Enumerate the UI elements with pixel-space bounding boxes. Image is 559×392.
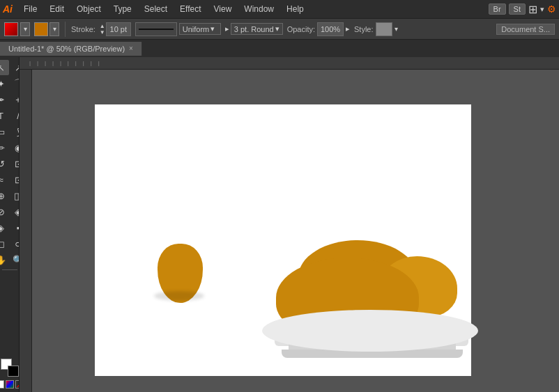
- none-color-icon[interactable]: [0, 380, 4, 389]
- magic-wand-tool[interactable]: ✦: [0, 76, 9, 91]
- type-tool[interactable]: T: [0, 108, 9, 123]
- fill-color-swatch[interactable]: [4, 22, 18, 36]
- fg-bg-color[interactable]: [1, 359, 19, 377]
- rotate-tool[interactable]: ↺: [0, 156, 9, 171]
- menu-object[interactable]: Object: [71, 3, 107, 15]
- bridge-icons: Br St ⊞ ▾ ⚙: [489, 3, 556, 16]
- stroke-line-inner: [139, 29, 174, 30]
- pen-tool[interactable]: ✒: [0, 92, 9, 107]
- brush-size-selector[interactable]: ▸ 3 pt. Round ▾: [225, 23, 283, 35]
- tool-pair-magic: ✦ ⌒: [0, 76, 20, 91]
- menu-edit[interactable]: Edit: [44, 3, 70, 15]
- blend-tool[interactable]: ◈: [10, 204, 20, 219]
- left-toolbar: ↖ ↗ ✦ ⌒ ✒ + T / ▭ ⟆ ✏ ◉ ↺ ⊡ ≈ ⊡: [0, 57, 20, 392]
- fill-dropdown[interactable]: ▾: [20, 22, 30, 36]
- opacity-input[interactable]: [317, 22, 344, 36]
- stroke-dropdown[interactable]: ▾: [49, 22, 59, 36]
- menu-effect[interactable]: Effect: [174, 3, 206, 15]
- stroke-line-display[interactable]: [135, 22, 177, 36]
- color-mode-icons: [0, 380, 20, 389]
- menu-file[interactable]: File: [18, 3, 43, 15]
- stroke-value-input[interactable]: [106, 22, 131, 36]
- tab-title: Untitled-1* @ 50% (RGB/Preview): [8, 45, 125, 53]
- color-section: [0, 357, 20, 389]
- warp-tool[interactable]: ≈: [0, 172, 9, 187]
- style-group: Style: ▾: [354, 22, 398, 36]
- opacity-more-icon[interactable]: ▸: [346, 24, 350, 33]
- menu-view[interactable]: View: [208, 3, 238, 15]
- tool-pair-eyedropper: ⊘ ◈: [0, 204, 20, 219]
- menu-window[interactable]: Window: [238, 3, 280, 15]
- background-swatch[interactable]: [8, 366, 19, 377]
- lasso-tool[interactable]: ⌒: [10, 76, 20, 91]
- direct-selection-tool[interactable]: ↗: [10, 60, 20, 75]
- small-item-shadow: [154, 291, 204, 301]
- bridge-button[interactable]: Br: [489, 3, 506, 15]
- hand-tool[interactable]: ✋: [0, 252, 9, 267]
- menu-select[interactable]: Select: [139, 3, 173, 15]
- pencil-tool[interactable]: ✏: [0, 140, 9, 155]
- tool-pair-shape-builder: ⊕ ◫: [0, 188, 20, 203]
- tool-pair-warp: ≈ ⊡: [0, 172, 20, 187]
- workspace-grid-icon[interactable]: ⊞: [528, 3, 537, 16]
- workspace-dropdown-icon[interactable]: ▾: [540, 5, 544, 14]
- tool-pair-type: T /: [0, 108, 20, 123]
- shape-builder-tool[interactable]: ⊕: [0, 188, 9, 203]
- stroke-spinner[interactable]: ▲ ▼: [100, 22, 131, 36]
- gradient-icon[interactable]: [6, 380, 14, 389]
- opacity-label: Opacity:: [287, 25, 315, 33]
- tool-pair-selection: ↖ ↗: [0, 60, 20, 75]
- free-transform-tool[interactable]: ⊡: [10, 172, 20, 187]
- tool-pair-artboard: ◻ ⊂: [0, 236, 20, 251]
- tool-pair-pencil: ✏ ◉: [0, 140, 20, 155]
- tool-pair-shape: ▭ ⟆: [0, 124, 20, 139]
- main-layout: ↖ ↗ ✦ ⌒ ✒ + T / ▭ ⟆ ✏ ◉ ↺ ⊡ ≈ ⊡: [0, 57, 559, 392]
- stock-button[interactable]: St: [509, 3, 526, 15]
- tool-pair-hand: ✋ 🔍: [0, 252, 20, 267]
- blob-brush-tool[interactable]: ◉: [10, 140, 20, 155]
- line-tool[interactable]: /: [10, 108, 20, 123]
- selection-tool[interactable]: ↖: [0, 60, 9, 75]
- ruler-tick-h: | | | | | | | | | |: [22, 60, 100, 66]
- tab-bar: Untitled-1* @ 50% (RGB/Preview) ×: [0, 39, 559, 57]
- menu-bar: Ai File Edit Object Type Select Effect V…: [0, 0, 559, 18]
- paintbrush-tool[interactable]: ⟆: [10, 124, 20, 139]
- opacity-group: Opacity: ▸: [287, 22, 350, 36]
- brush-size-display[interactable]: 3 pt. Round ▾: [231, 23, 283, 35]
- selection-indicator: ▾: [4, 22, 30, 36]
- tool-pair-rotate: ↺ ⊡: [0, 156, 20, 171]
- uniform-dropdown-icon: ▾: [210, 24, 215, 33]
- canvas-area: | | | | | | | | | |: [20, 57, 559, 392]
- stroke-color-swatch[interactable]: [34, 22, 48, 36]
- tab-close-button[interactable]: ×: [129, 45, 133, 52]
- menu-help[interactable]: Help: [281, 3, 309, 15]
- style-swatch[interactable]: [376, 22, 392, 36]
- sync-icon[interactable]: ⚙: [547, 3, 556, 15]
- add-anchor-tool[interactable]: +: [10, 92, 20, 107]
- stroke-swatch-group: ▾: [34, 22, 59, 36]
- slice-tool[interactable]: ⊂: [10, 236, 20, 251]
- brush-size-label: 3 pt. Round: [234, 25, 274, 33]
- document-settings-button[interactable]: Document S...: [496, 24, 555, 35]
- separator-1: [65, 22, 66, 37]
- menu-type[interactable]: Type: [108, 3, 137, 15]
- tool-pair-symbol: ◈ ▪: [0, 220, 20, 235]
- artboard: [95, 104, 471, 376]
- symbol-sprayer-tool[interactable]: ◈: [0, 220, 9, 235]
- uniform-label: Uniform: [183, 25, 210, 33]
- column-graph-tool[interactable]: ▪: [10, 220, 20, 235]
- eyedropper-tool[interactable]: ⊘: [0, 204, 9, 219]
- live-paint-tool[interactable]: ◫: [10, 188, 20, 203]
- stroke-type-uniform[interactable]: Uniform ▾: [179, 23, 221, 35]
- document-tab[interactable]: Untitled-1* @ 50% (RGB/Preview) ×: [0, 42, 142, 56]
- scale-tool[interactable]: ⊡: [10, 156, 20, 171]
- zoom-tool[interactable]: 🔍: [10, 252, 20, 267]
- artboard-tool[interactable]: ◻: [0, 236, 9, 251]
- style-dropdown-icon[interactable]: ▾: [395, 25, 398, 33]
- rectangle-tool[interactable]: ▭: [0, 124, 9, 139]
- stroke-label: Stroke:: [71, 25, 95, 33]
- options-bar: ▾ ▾ Stroke: ▲ ▼ Uniform ▾ ▸ 3 pt. Round …: [0, 18, 559, 39]
- canvas-content: [32, 70, 559, 392]
- stroke-line-selector[interactable]: Uniform ▾: [135, 22, 221, 36]
- brush-size-separator: ▸: [225, 24, 229, 33]
